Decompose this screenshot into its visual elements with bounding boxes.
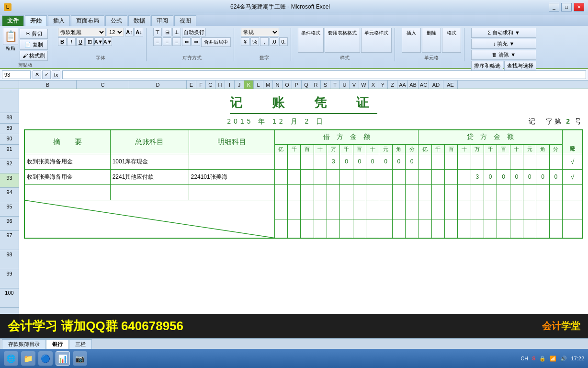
cell-e4-10[interactable] xyxy=(392,200,405,219)
cell-f4-3[interactable] xyxy=(445,200,458,219)
cell-f3-2[interactable] xyxy=(431,184,444,200)
cell-d1-yuan[interactable]: 0 xyxy=(379,154,392,169)
cell-reference-input[interactable] xyxy=(2,70,31,79)
col-header-ac[interactable]: AC xyxy=(418,80,429,89)
cell-e3-10[interactable] xyxy=(392,184,405,200)
cell-c1-shi2[interactable] xyxy=(510,154,523,169)
formula-input[interactable]: =IF(E93="","",LEFT(RIGHT("￥"&ROUND($E93,… xyxy=(62,70,586,79)
cell-d2-qian2[interactable] xyxy=(340,169,353,184)
cell-e4-4[interactable] xyxy=(314,200,327,219)
cell-f5-7[interactable] xyxy=(497,219,510,238)
cell-c1-qian2[interactable] xyxy=(484,154,497,169)
cell-f4-11[interactable] xyxy=(549,200,562,219)
cell-f5-11[interactable] xyxy=(549,219,562,238)
underline-button[interactable]: U xyxy=(76,37,85,46)
cell-c2-jiao[interactable]: 0 xyxy=(536,169,549,184)
insert-button[interactable]: 插入 xyxy=(402,28,421,53)
cell-f5-2[interactable] xyxy=(431,219,444,238)
col-header-ad[interactable]: AD xyxy=(429,80,443,89)
table-row[interactable]: 收到张美海备用金 2241其他应付款 224101张美海 xyxy=(24,169,583,184)
cell-e3-8[interactable] xyxy=(366,184,379,200)
col-header-q[interactable]: Q xyxy=(302,80,311,89)
table-row[interactable] xyxy=(24,184,583,200)
col-header-y[interactable]: Y xyxy=(378,80,388,89)
cell-e4-1[interactable] xyxy=(274,200,287,219)
cell-d1-bai2[interactable]: 0 xyxy=(353,154,366,169)
col-header-m[interactable]: M xyxy=(263,80,273,89)
cell-f3-5[interactable] xyxy=(471,184,484,200)
taskbar-camera-icon[interactable]: 📷 xyxy=(73,351,87,366)
increase-decimal-button[interactable]: .0 xyxy=(270,37,278,46)
cell-e5-11[interactable] xyxy=(406,219,418,238)
cell-mark-4[interactable] xyxy=(562,200,583,219)
cell-d2-fen[interactable] xyxy=(406,169,418,184)
cell-e3-6[interactable] xyxy=(340,184,353,200)
fill-button[interactable]: ↓ 填充 ▼ xyxy=(471,39,536,49)
col-header-z[interactable]: Z xyxy=(388,80,397,89)
cell-e5-4[interactable] xyxy=(314,219,327,238)
cell-account-2[interactable]: 2241其他应付款 xyxy=(110,169,189,184)
cell-c1-shi1[interactable] xyxy=(458,154,471,169)
insert-function-button[interactable]: fx xyxy=(52,70,60,79)
col-header-u[interactable]: U xyxy=(340,80,350,89)
cell-f4-8[interactable] xyxy=(510,200,523,219)
col-header-x[interactable]: X xyxy=(369,80,378,89)
cell-e3-9[interactable] xyxy=(379,184,392,200)
merge-center-button[interactable]: 合并后居中 xyxy=(201,37,231,47)
indent-increase-button[interactable]: ⇒ xyxy=(192,37,200,46)
cell-f4-5[interactable] xyxy=(471,200,484,219)
align-middle-button[interactable]: ⊟ xyxy=(163,28,171,36)
cell-d1-wan[interactable]: 3 xyxy=(327,154,340,169)
cell-e5-9[interactable] xyxy=(379,219,392,238)
col-header-s[interactable]: S xyxy=(321,80,330,89)
col-header-k[interactable]: K xyxy=(244,80,254,89)
format-button[interactable]: 格式 xyxy=(442,28,461,53)
cell-detail-2[interactable]: 224101张美海 xyxy=(189,169,274,184)
cell-f3-4[interactable] xyxy=(458,184,471,200)
cell-f3-6[interactable] xyxy=(484,184,497,200)
taskbar-ie-icon[interactable]: 🌐 xyxy=(4,351,18,366)
cell-summary-2[interactable]: 收到张美海备用金 xyxy=(24,169,110,184)
cell-c2-yuan[interactable]: 0 xyxy=(523,169,536,184)
maximize-button[interactable]: □ xyxy=(561,3,572,12)
tab-insert[interactable]: 插入 xyxy=(48,15,70,26)
autosum-button[interactable]: Σ 自动求和 ▼ xyxy=(471,28,536,38)
sheet-tab-3[interactable]: 三栏 xyxy=(69,339,92,349)
tab-file[interactable]: 文件 xyxy=(2,15,24,26)
decrease-decimal-button[interactable]: 0. xyxy=(279,37,288,46)
comma-button[interactable]: , xyxy=(260,37,269,46)
cell-f5-10[interactable] xyxy=(536,219,549,238)
cell-d2-bai1[interactable] xyxy=(301,169,314,184)
col-header-g[interactable]: G xyxy=(206,80,215,89)
paste-button[interactable]: 📋 粘贴 xyxy=(3,28,18,52)
cell-e3-5[interactable] xyxy=(327,184,340,200)
cell-c1-bai2[interactable] xyxy=(497,154,510,169)
italic-button[interactable]: I xyxy=(67,37,76,46)
cell-e4-6[interactable] xyxy=(340,200,353,219)
close-button[interactable]: ✕ xyxy=(574,3,584,12)
tab-review[interactable]: 审阅 xyxy=(151,15,173,26)
cell-style-button[interactable]: 单元格样式 xyxy=(361,28,392,53)
cell-e5-8[interactable] xyxy=(366,219,379,238)
cell-e3-1[interactable] xyxy=(274,184,287,200)
cell-e4-2[interactable] xyxy=(288,200,301,219)
sheet-content-area[interactable]: 记 账 凭 证 2015 年 12 月 2 日 记 字第 2 号 xyxy=(19,89,588,339)
table-format-button[interactable]: 套用表格格式 xyxy=(325,28,360,53)
cell-d1-shi1[interactable] xyxy=(314,154,327,169)
table-row[interactable] xyxy=(24,200,583,219)
col-header-t[interactable]: T xyxy=(330,80,340,89)
cell-e3-7[interactable] xyxy=(353,184,366,200)
conditional-format-button[interactable]: 条件格式 xyxy=(298,28,324,53)
col-header-d[interactable]: D xyxy=(129,80,187,89)
col-header-p[interactable]: P xyxy=(292,80,302,89)
cell-empty-3-summary[interactable] xyxy=(24,184,110,200)
align-top-button[interactable]: ⊤ xyxy=(153,28,162,36)
window-controls[interactable]: _ □ ✕ xyxy=(549,3,584,12)
cell-c1-yuan[interactable] xyxy=(523,154,536,169)
clear-button[interactable]: 🗑 清除 ▼ xyxy=(471,50,536,60)
cell-f5-1[interactable] xyxy=(418,219,431,238)
cell-c2-wan[interactable]: 3 xyxy=(471,169,484,184)
col-header-n[interactable]: N xyxy=(273,80,283,89)
cell-f4-2[interactable] xyxy=(431,200,444,219)
table-row[interactable]: 收到张美海备用金 1001库存现金 3 0 0 0 0 0 0 xyxy=(24,154,583,169)
